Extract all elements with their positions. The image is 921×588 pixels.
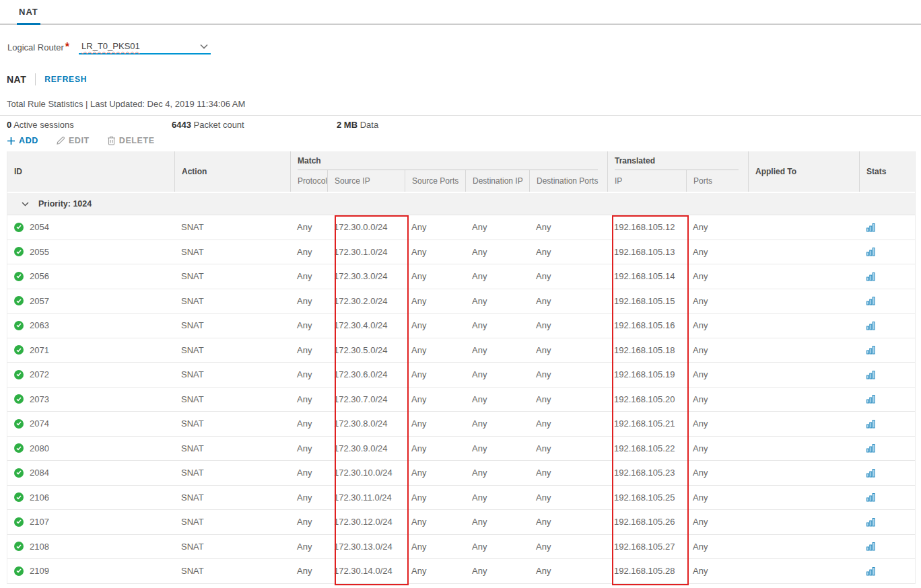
rule-applied-to [748,314,859,338]
column-header-translated-ports[interactable]: Ports [686,170,748,192]
rule-source-ports: Any [405,437,465,461]
column-header-applied-to[interactable]: Applied To [748,151,859,192]
rule-destination-ip: Any [465,338,529,363]
column-header-source-ip[interactable]: Source IP [327,170,405,192]
rule-source-ip: 172.30.0.0/24 [327,215,405,240]
rule-stats-cell[interactable] [859,338,916,363]
rule-action: SNAT [174,486,290,510]
required-marker: * [65,41,69,53]
rule-applied-to [748,437,859,461]
rule-source-ip: 172.30.2.0/24 [327,289,405,314]
rule-statistics-summary: Total Rule Statistics | Last Updated: De… [7,99,921,109]
rule-translated-ports: Any [686,264,748,289]
logical-router-select[interactable]: LR_T0_PKS01 [79,40,211,54]
rule-action: SNAT [174,314,290,338]
column-header-destination-ports[interactable]: Destination Ports [529,170,607,192]
rule-stats-cell[interactable] [859,388,916,412]
rule-action: SNAT [174,412,290,436]
table-row[interactable]: 2073 SNAT Any 172.30.7.0/24 Any Any Any … [7,388,915,412]
column-header-id[interactable]: ID [7,151,174,192]
rule-applied-to [748,363,859,387]
column-header-translated-ip[interactable]: IP [607,170,686,192]
table-row[interactable]: 2072 SNAT Any 172.30.6.0/24 Any Any Any … [7,363,915,388]
rule-stats-cell[interactable] [859,510,916,534]
rule-action: SNAT [174,215,290,240]
rule-source-ports: Any [405,388,465,412]
column-header-stats[interactable]: Stats [859,151,916,192]
column-header-action[interactable]: Action [174,151,290,192]
rule-translated-ip: 192.168.105.12 [607,215,686,240]
rule-stats-cell[interactable] [859,264,916,289]
rule-applied-to [748,461,859,485]
divider [0,115,921,116]
rule-protocol: Any [290,240,327,264]
rule-protocol: Any [290,535,327,559]
rule-stats-cell[interactable] [859,215,916,240]
bar-chart-icon [866,296,876,305]
table-row[interactable]: 2055 SNAT Any 172.30.1.0/24 Any Any Any … [7,240,915,265]
add-button[interactable]: ADD [7,136,38,145]
rule-source-ip: 172.30.5.0/24 [327,338,405,363]
table-row[interactable]: 2057 SNAT Any 172.30.2.0/24 Any Any Any … [7,289,915,314]
rule-action: SNAT [174,559,290,583]
table-row[interactable]: 2074 SNAT Any 172.30.8.0/24 Any Any Any … [7,412,915,437]
trash-icon-button[interactable]: DELETE [107,136,155,145]
rule-destination-ip: Any [465,363,529,387]
rule-source-ports: Any [405,215,465,240]
rule-translated-ip: 192.168.105.22 [607,437,686,461]
rule-destination-ports: Any [529,264,607,289]
rule-translated-ports: Any [686,388,748,412]
edit-button[interactable]: EDIT [56,136,90,145]
rule-id: 2109 [30,566,49,576]
table-row[interactable]: 2106 SNAT Any 172.30.11.0/24 Any Any Any… [7,486,915,511]
rule-protocol: Any [290,264,327,289]
rule-id: 2073 [30,394,49,404]
rule-destination-ports: Any [529,486,607,510]
table-row[interactable]: 2108 SNAT Any 172.30.13.0/24 Any Any Any… [7,535,915,560]
rule-translated-ip: 192.168.105.25 [607,486,686,510]
table-row[interactable]: 2071 SNAT Any 172.30.5.0/24 Any Any Any … [7,338,915,363]
rule-stats-cell[interactable] [859,559,916,583]
rule-translated-ip: 192.168.105.19 [607,363,686,387]
rule-source-ports: Any [405,510,465,534]
column-header-source-ports[interactable]: Source Ports [405,170,465,192]
logical-router-value: LR_T0_PKS01 [81,41,140,51]
rule-translated-ip: 192.168.105.14 [607,264,686,289]
table-row[interactable]: 2054 SNAT Any 172.30.0.0/24 Any Any Any … [7,215,915,240]
column-header-protocol[interactable]: Protocol [290,170,327,192]
rule-stats-cell[interactable] [859,412,916,436]
rule-stats-cell[interactable] [859,535,916,559]
table-row[interactable]: 2107 SNAT Any 172.30.12.0/24 Any Any Any… [7,510,915,535]
rule-stats-cell[interactable] [859,363,916,387]
bar-chart-icon [866,517,876,527]
rule-id: 2063 [30,320,49,330]
rule-applied-to [748,559,859,583]
rule-stats-cell[interactable] [859,437,916,461]
rule-id: 2108 [30,542,49,552]
column-header-destination-ip[interactable]: Destination IP [465,170,529,192]
rule-source-ip: 172.30.14.0/24 [327,559,405,583]
rule-stats-cell[interactable] [859,240,916,264]
rule-stats-cell[interactable] [859,486,916,510]
plus-icon [7,137,15,145]
rule-source-ports: Any [405,289,465,314]
rule-stats-cell[interactable] [859,461,916,485]
priority-group-row[interactable]: Priority: 1024 [7,193,915,215]
rule-stats-cell[interactable] [859,314,916,338]
rule-destination-ports: Any [529,363,607,387]
table-row[interactable]: 2056 SNAT Any 172.30.3.0/24 Any Any Any … [7,264,915,289]
rule-action: SNAT [174,510,290,534]
table-row[interactable]: 2063 SNAT Any 172.30.4.0/24 Any Any Any … [7,314,915,338]
refresh-button[interactable]: REFRESH [44,75,87,84]
rule-translated-ip: 192.168.105.20 [607,388,686,412]
tab-nat[interactable]: NAT [17,0,40,25]
rule-destination-ports: Any [529,412,607,436]
table-row[interactable]: 2109 SNAT Any 172.30.14.0/24 Any Any Any… [7,559,915,584]
table-row[interactable]: 2084 SNAT Any 172.30.10.0/24 Any Any Any… [7,461,915,486]
rule-enabled-icon [14,272,24,281]
rule-protocol: Any [290,486,327,510]
rule-destination-ports: Any [529,215,607,240]
rule-stats-cell[interactable] [859,289,916,314]
table-row[interactable]: 2080 SNAT Any 172.30.9.0/24 Any Any Any … [7,437,915,462]
rule-destination-ip: Any [465,437,529,461]
